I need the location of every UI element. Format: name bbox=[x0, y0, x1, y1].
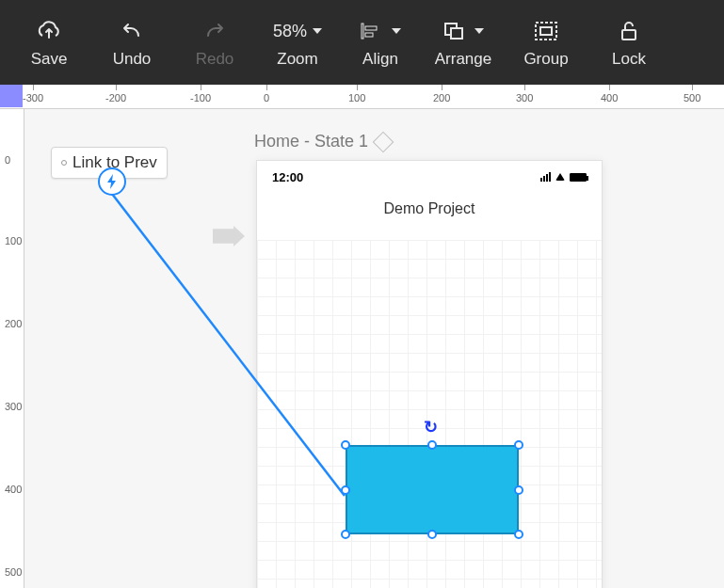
app-title: Demo Project bbox=[257, 200, 602, 217]
device-frame[interactable]: 12:00 Demo Project ↻ bbox=[256, 160, 603, 588]
svg-rect-4 bbox=[451, 28, 462, 39]
ruler-h-tick: 300 bbox=[516, 92, 533, 103]
save-button[interactable]: Save bbox=[11, 16, 87, 69]
status-time: 12:00 bbox=[272, 170, 303, 184]
resize-handle-mr[interactable] bbox=[514, 485, 523, 495]
redo-button: Redo bbox=[177, 16, 252, 69]
selected-shape[interactable]: ↻ bbox=[346, 445, 519, 534]
rotate-icon[interactable]: ↻ bbox=[424, 417, 438, 437]
group-icon bbox=[534, 16, 558, 46]
arrange-icon bbox=[442, 16, 484, 46]
chevron-down-icon bbox=[313, 28, 322, 34]
ruler-h-tick: -100 bbox=[190, 92, 211, 103]
svg-rect-2 bbox=[365, 33, 373, 37]
ruler-h-tick: 400 bbox=[601, 92, 618, 103]
lock-open-icon bbox=[619, 16, 639, 46]
canvas[interactable]: Link to Prev Home - State 1 12:00 Demo P… bbox=[24, 109, 724, 588]
undo-label: Undo bbox=[113, 50, 152, 69]
align-button[interactable]: Align bbox=[343, 16, 418, 69]
resize-handle-bl[interactable] bbox=[341, 530, 350, 539]
ruler-vertical[interactable]: 0100200300400500 bbox=[0, 109, 24, 588]
svg-rect-1 bbox=[365, 26, 377, 30]
interaction-bolt-icon[interactable] bbox=[98, 167, 126, 196]
group-label: Group bbox=[523, 50, 568, 69]
resize-handle-tr[interactable] bbox=[514, 440, 523, 450]
frame-title-text: Home - State 1 bbox=[254, 132, 368, 151]
status-icons bbox=[540, 172, 587, 182]
resize-handle-tl[interactable] bbox=[341, 440, 350, 450]
cellular-icon bbox=[540, 172, 551, 182]
resize-handle-bm[interactable] bbox=[427, 530, 437, 539]
frame-settings-icon[interactable] bbox=[373, 131, 394, 152]
ruler-v-tick: 200 bbox=[5, 318, 22, 329]
chevron-down-icon bbox=[475, 28, 484, 34]
save-label: Save bbox=[31, 50, 68, 69]
align-icon bbox=[360, 16, 401, 46]
page-arrow-icon bbox=[213, 226, 245, 246]
ruler-horizontal[interactable]: -300-200-1000100200300400500 bbox=[0, 85, 724, 109]
align-label: Align bbox=[362, 50, 398, 69]
svg-rect-5 bbox=[536, 23, 556, 40]
lock-button[interactable]: Lock bbox=[591, 16, 667, 69]
svg-rect-6 bbox=[540, 27, 552, 35]
ruler-v-tick: 400 bbox=[5, 484, 22, 495]
undo-button[interactable]: Undo bbox=[94, 16, 169, 69]
wifi-icon bbox=[555, 173, 565, 181]
redo-label: Redo bbox=[196, 50, 234, 69]
frame-title[interactable]: Home - State 1 bbox=[254, 132, 391, 151]
toolbar: Save Undo Redo 58% Zoom Align Arrange bbox=[0, 0, 724, 85]
arrange-label: Arrange bbox=[435, 50, 491, 69]
resize-handle-tm[interactable] bbox=[427, 440, 437, 450]
ruler-h-tick: 200 bbox=[433, 92, 450, 103]
ruler-h-tick: -200 bbox=[105, 92, 126, 103]
ruler-h-tick: 0 bbox=[264, 92, 269, 103]
ruler-h-tick: 100 bbox=[348, 92, 365, 103]
rectangle-shape[interactable] bbox=[346, 445, 519, 534]
ruler-v-tick: 100 bbox=[5, 235, 22, 246]
svg-rect-7 bbox=[622, 30, 636, 40]
ruler-v-tick: 0 bbox=[5, 154, 10, 166]
group-button[interactable]: Group bbox=[508, 16, 584, 69]
zoom-label: Zoom bbox=[277, 50, 317, 69]
zoom-percent: 58% bbox=[273, 22, 307, 41]
ruler-h-tick: -300 bbox=[23, 92, 43, 103]
resize-handle-ml[interactable] bbox=[341, 485, 350, 495]
arrange-button[interactable]: Arrange bbox=[426, 16, 501, 69]
ruler-v-tick: 500 bbox=[5, 566, 22, 578]
anchor-dot-icon bbox=[61, 160, 67, 166]
svg-rect-0 bbox=[362, 24, 363, 39]
ruler-origin-marker bbox=[0, 85, 23, 107]
undo-icon bbox=[120, 16, 144, 46]
zoom-control[interactable]: 58% Zoom bbox=[260, 16, 335, 69]
cloud-upload-icon bbox=[36, 16, 62, 46]
zoom-value: 58% bbox=[273, 16, 322, 46]
resize-handle-br[interactable] bbox=[514, 530, 523, 539]
status-bar: 12:00 bbox=[257, 161, 602, 193]
redo-icon bbox=[202, 16, 227, 46]
ruler-v-tick: 300 bbox=[5, 401, 22, 412]
chevron-down-icon bbox=[392, 28, 401, 34]
battery-icon bbox=[570, 173, 587, 182]
lock-label: Lock bbox=[612, 50, 646, 69]
ruler-h-tick: 500 bbox=[684, 92, 700, 103]
